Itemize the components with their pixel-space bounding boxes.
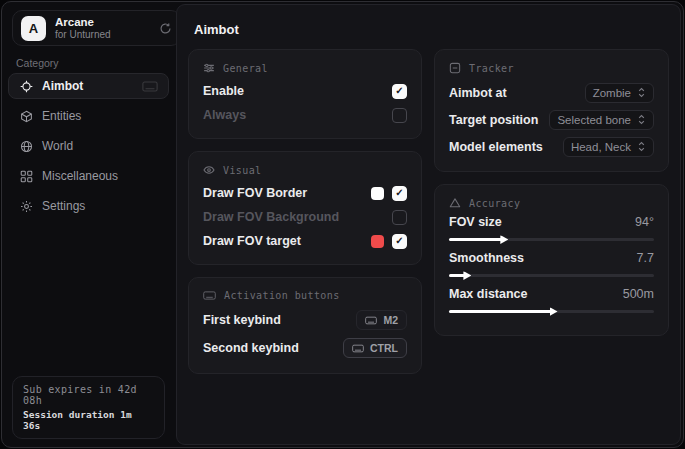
fov-border-checkbox[interactable] [392,186,407,201]
setting-label: Max distance [449,287,528,301]
slider-group-smoothness: Smoothness 7.7 [449,251,654,277]
keybind-value: CTRL [370,342,398,354]
card-tracker: Tracker Aimbot at Zombie Target position [434,49,669,172]
setting-label: Second keybind [203,341,299,355]
sub-expiry-text: Sub expires in 42d 08h [23,384,154,406]
card-title: General [223,63,268,74]
setting-label: Model elements [449,140,543,154]
screen: A Arcane for Unturned Category Aimbot [0,0,685,449]
card-title: Tracker [469,63,514,74]
setting-label: Draw FOV target [203,234,301,248]
category-label: Category [16,57,59,69]
setting-label: First keybind [203,313,281,327]
setting-label: Always [203,108,246,122]
setting-row-fov-background: Draw FOV Background [203,206,407,228]
sidebar-item-label: Miscellaneous [42,169,118,183]
chevron-up-down-icon [637,141,646,152]
card-tracker-header: Tracker [449,62,654,74]
gear-icon [19,200,33,213]
card-visual-header: Visual [203,164,407,176]
crosshair-icon [19,80,33,93]
eye-icon [203,164,215,176]
slider-value: 7.7 [637,251,654,265]
sidebar-item-label: Settings [42,199,85,213]
cards-layout: General Enable Always [177,49,680,374]
logo-letter: A [29,21,38,36]
setting-label: Aimbot at [449,86,507,100]
keybind-value: M2 [383,314,398,326]
sliders-icon [203,62,215,74]
slider-fill [449,310,552,313]
slider-thumb[interactable] [550,307,558,316]
brand-text: Arcane for Unturned [55,16,150,41]
setting-label: Smoothness [449,251,524,265]
keybind-hint-icon [142,81,158,92]
card-title: Accuracy [469,198,520,209]
sidebar-item-miscellaneous[interactable]: Miscellaneous [8,163,169,189]
setting-row-second-keybind: Second keybind CTRL [203,335,407,361]
setting-row-enable: Enable [203,80,407,102]
sidebar-item-world[interactable]: World [8,133,169,159]
setting-row-fov-target: Draw FOV target [203,230,407,252]
select-value: Zombie [593,87,631,99]
keyboard-icon [365,316,377,325]
sidebar-item-settings[interactable]: Settings [8,193,169,219]
slider-value: 94° [635,215,654,229]
session-duration-text: Session duration 1m 36s [23,409,154,431]
grid-icon [19,170,33,183]
select-value: Head, Neck [571,141,631,153]
slider-thumb[interactable] [463,271,471,280]
setting-row-target-position: Target position Selected bone [449,107,654,132]
setting-label: FOV size [449,215,502,229]
fov-size-slider[interactable] [449,238,654,241]
fov-target-checkbox[interactable] [392,234,407,249]
model-elements-select[interactable]: Head, Neck [563,137,654,157]
slider-fill [449,238,502,241]
enable-checkbox[interactable] [392,84,407,99]
card-activation-buttons: Activation buttons First keybind M2 Seco… [188,277,422,374]
smoothness-slider[interactable] [449,274,654,277]
card-title: Activation buttons [224,290,340,301]
brand-card: A Arcane for Unturned [12,10,181,46]
target-position-select[interactable]: Selected bone [549,110,654,130]
aimbot-at-select[interactable]: Zombie [585,83,654,103]
card-accuracy-header: Accuracy [449,197,654,209]
slider-thumb[interactable] [500,235,508,244]
always-checkbox[interactable] [392,108,407,123]
sidebar-item-label: Aimbot [42,79,83,93]
setting-row-aimbot-at: Aimbot at Zombie [449,80,654,105]
sidebar-item-aimbot[interactable]: Aimbot [8,73,169,99]
slider-group-max-distance: Max distance 500m [449,287,654,313]
sidebar-item-entities[interactable]: Entities [8,103,169,129]
color-swatch[interactable] [371,235,384,248]
globe-icon [19,140,33,153]
triangle-icon [449,197,461,209]
cube-icon [19,110,33,123]
card-visual: Visual Draw FOV Border Draw FOV Backgrou… [188,151,422,265]
subscription-info: Sub expires in 42d 08h Session duration … [12,376,165,439]
chevron-up-down-icon [637,114,646,125]
square-minus-icon [449,62,461,74]
setting-label: Target position [449,113,538,127]
setting-row-model-elements: Model elements Head, Neck [449,134,654,159]
fov-background-checkbox[interactable] [392,210,407,225]
chevron-up-down-icon [637,87,646,98]
refresh-icon[interactable] [159,22,172,35]
first-keybind-button[interactable]: M2 [356,310,407,330]
slider-group-fov-size: FOV size 94° [449,215,654,241]
setting-label: Draw FOV Border [203,186,307,200]
second-keybind-button[interactable]: CTRL [343,338,407,358]
card-general-header: General [203,62,407,74]
sidebar-item-label: Entities [42,109,81,123]
max-distance-slider[interactable] [449,310,654,313]
card-title: Visual [223,165,262,176]
card-accuracy: Accuracy FOV size 94° Smoothness [434,184,669,336]
page-title: Aimbot [177,5,680,49]
color-swatch[interactable] [371,187,384,200]
setting-row-first-keybind: First keybind M2 [203,307,407,333]
select-value: Selected bone [557,114,631,126]
sidebar-item-label: World [42,139,73,153]
sidebar-nav: Aimbot Entities [8,73,169,219]
app-window: A Arcane for Unturned Category Aimbot [1,1,684,448]
main-panel: Aimbot General [176,4,681,445]
